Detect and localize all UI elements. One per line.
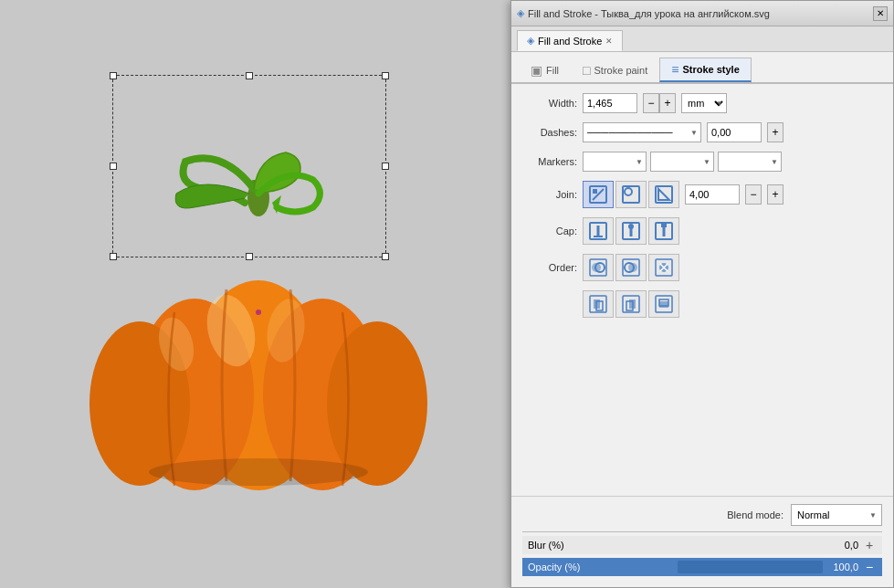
subtab-fill[interactable]: ▣ Fill	[519, 58, 571, 82]
handle-tl[interactable]	[110, 72, 117, 79]
handle-ml[interactable]	[110, 163, 117, 170]
fill-stroke-panel: ◈ Fill and Stroke - Тыква_для урока на а…	[510, 0, 894, 588]
width-increase-button[interactable]: +	[659, 93, 676, 113]
order-btn-group-1	[583, 254, 679, 281]
selection-box[interactable]	[112, 75, 386, 257]
width-row: Width: − + mm px pt	[522, 93, 882, 113]
svg-rect-44	[659, 301, 668, 308]
handle-bm[interactable]	[246, 253, 253, 260]
subtab-stroke-style[interactable]: ≡ Stroke style	[659, 58, 752, 82]
svg-point-17	[625, 188, 632, 195]
pumpkin-container	[58, 57, 450, 531]
blend-mode-select[interactable]: Normal Multiply Screen Overlay	[791, 504, 882, 526]
stroke-style-icon: ≡	[671, 62, 678, 77]
order-stroke-over-paint-button[interactable]	[615, 254, 647, 281]
order-row-2	[522, 290, 882, 318]
marker-end-wrapper	[718, 152, 782, 172]
fill-icon: ▣	[531, 63, 542, 78]
svg-point-7	[327, 321, 427, 486]
handle-tm[interactable]	[246, 72, 253, 79]
svg-rect-14	[593, 189, 597, 194]
panel-footer: Blend mode: Normal Multiply Screen Overl…	[511, 496, 893, 587]
join-bevel-button[interactable]	[648, 181, 679, 208]
footer-divider	[522, 531, 882, 532]
blur-label: Blur (%)	[528, 540, 826, 551]
cap-label: Cap:	[522, 226, 577, 236]
stroke-paint-icon: □	[583, 63, 590, 78]
panel-title-icon: ◈	[517, 7, 524, 19]
join-row: Join: − +	[522, 181, 882, 208]
markers-row: Markers:	[522, 152, 882, 172]
marker-start-wrapper	[583, 152, 647, 172]
join-increase-button[interactable]: +	[767, 184, 784, 205]
cap-square-button[interactable]	[648, 217, 679, 245]
join-decrease-button[interactable]: −	[745, 184, 762, 205]
svg-point-12	[256, 310, 261, 315]
dashes-increase-button[interactable]: +	[767, 122, 784, 142]
cap-row: Cap:	[522, 217, 882, 245]
order-label: Order:	[522, 262, 577, 273]
marker-mid-select[interactable]	[650, 152, 714, 172]
subtab-stroke-style-label: Stroke style	[682, 64, 739, 75]
tab-icon: ◈	[527, 35, 534, 47]
blur-row: Blur (%) 0,0 +	[522, 536, 882, 554]
unit-select-wrapper: mm px pt	[681, 93, 727, 113]
dashes-label: Dashes:	[522, 127, 577, 138]
width-decrease-button[interactable]: −	[643, 93, 659, 113]
blur-increase-button[interactable]: +	[862, 538, 877, 552]
markers-label: Markers:	[522, 156, 577, 167]
dash-select-wrapper: ──────────── - - - - - - · · · · · ·	[583, 122, 701, 142]
opacity-row: Opacity (%) 100,0 −	[522, 558, 882, 576]
markers-selects	[583, 152, 882, 172]
panel-title: ◈ Fill and Stroke - Тыква_для урока на а…	[517, 7, 770, 19]
tab-close-button[interactable]: ✕	[605, 37, 613, 46]
blur-value: 0,0	[826, 540, 858, 551]
cap-btn-group	[583, 217, 679, 245]
tab-fill-and-stroke[interactable]: ◈ Fill and Stroke ✕	[517, 30, 623, 51]
unit-select[interactable]: mm px pt	[681, 93, 727, 113]
panel-title-text: Fill and Stroke - Тыква_для урока на анг…	[528, 8, 770, 19]
panel-tab-bar: ◈ Fill and Stroke ✕	[511, 26, 893, 52]
marker-mid-wrapper	[650, 152, 714, 172]
order-btn-group-2	[583, 290, 679, 318]
subtab-fill-label: Fill	[546, 65, 559, 76]
opacity-bar[interactable]	[678, 561, 824, 573]
order-paint-over-stroke-button[interactable]	[583, 254, 614, 281]
join-miter-input[interactable]	[685, 184, 740, 205]
opacity-decrease-button[interactable]: −	[862, 560, 877, 574]
handle-mr[interactable]	[382, 163, 389, 170]
tab-label: Fill and Stroke	[538, 36, 602, 47]
cap-butt-button[interactable]	[583, 217, 614, 245]
canvas-area	[0, 0, 508, 588]
cap-round-button[interactable]	[615, 217, 647, 245]
subtab-bar: ▣ Fill □ Stroke paint ≡ Stroke style	[511, 52, 893, 84]
order-btn-5[interactable]	[615, 290, 647, 318]
blend-select-wrapper: Normal Multiply Screen Overlay	[791, 504, 882, 526]
order-toggle-button[interactable]	[648, 254, 679, 281]
marker-end-select[interactable]	[718, 152, 782, 172]
width-label: Width:	[522, 98, 577, 109]
handle-br[interactable]	[382, 253, 389, 260]
width-input[interactable]	[583, 93, 637, 113]
join-miter-button[interactable]	[583, 181, 614, 208]
handle-bl[interactable]	[110, 253, 117, 260]
svg-point-25	[628, 224, 634, 229]
join-round-button[interactable]	[615, 181, 647, 208]
opacity-value: 100,0	[826, 562, 858, 572]
dash-select[interactable]: ──────────── - - - - - - · · · · · ·	[583, 122, 701, 142]
dashes-offset-input[interactable]	[707, 122, 762, 142]
marker-start-select[interactable]	[583, 152, 647, 172]
order-btn-4[interactable]	[583, 290, 614, 318]
opacity-label: Opacity (%)	[528, 562, 674, 572]
order-btn-6[interactable]	[648, 290, 679, 318]
width-stepper: − +	[643, 93, 676, 113]
subtab-stroke-paint[interactable]: □ Stroke paint	[571, 58, 659, 82]
panel-close-button[interactable]: ✕	[873, 6, 888, 21]
panel-titlebar: ◈ Fill and Stroke - Тыква_для урока на а…	[511, 1, 893, 26]
handle-tr[interactable]	[382, 72, 389, 79]
order-row-1: Order:	[522, 254, 882, 281]
svg-rect-28	[661, 224, 667, 227]
svg-marker-19	[658, 189, 669, 200]
panel-content: Width: − + mm px pt Dashes: ────────────…	[511, 84, 893, 496]
blend-mode-label: Blend mode:	[727, 509, 784, 520]
